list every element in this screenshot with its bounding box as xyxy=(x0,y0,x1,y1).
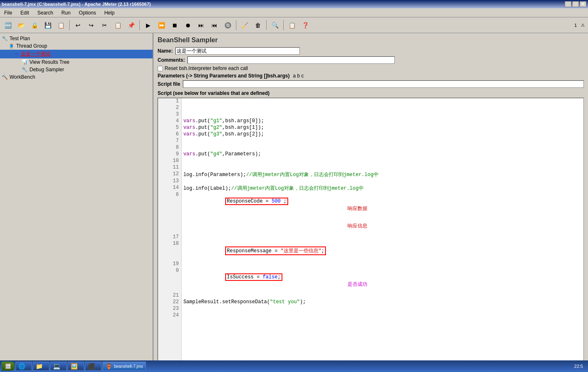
jmeter-label: beanshell-7.jmx xyxy=(114,364,143,369)
thread-group-icon: 🧵 xyxy=(8,43,15,49)
ie-icon: 🌐 xyxy=(18,363,25,370)
script-file-label: Script file xyxy=(158,81,180,87)
toolbar-stop[interactable]: ⏹ xyxy=(168,19,181,31)
toolbar-remote-stop[interactable]: ⏮ xyxy=(208,19,221,31)
tree-panel: 🔧 Test Plan 🧵 Thread Group ✏ 这是一个测试 📊 Vi… xyxy=(0,33,153,360)
params-label: Parameters (-> String Parameters and Str… xyxy=(158,73,289,79)
toolbar-cut[interactable]: ✂ xyxy=(98,19,111,31)
toolbar-paste[interactable]: 📌 xyxy=(125,19,137,31)
code-line-24: 24 xyxy=(158,312,583,319)
menu-search[interactable]: Search xyxy=(35,9,56,17)
taskbar-terminal[interactable]: ⬛ xyxy=(85,362,102,371)
toolbar-copy[interactable]: 📋 xyxy=(112,19,124,31)
menu-run[interactable]: Run xyxy=(59,9,73,17)
menu-edit[interactable]: Edit xyxy=(18,9,32,17)
script-file-input[interactable] xyxy=(183,80,584,88)
close-button[interactable]: ✕ xyxy=(580,1,586,7)
app2-icon: 🖼️ xyxy=(70,363,78,370)
tree-item-test-plan[interactable]: 🔧 Test Plan xyxy=(0,35,153,42)
params-value: a b c xyxy=(293,73,304,79)
annotation-response-data: 响应数据 xyxy=(347,205,367,212)
code-line-1: 1 xyxy=(158,98,583,105)
debug-sampler-icon: 🔧 xyxy=(22,67,28,72)
code-line-6: 6 vars.put("g3",bsh.args[2]); xyxy=(158,131,583,138)
code-line-empty-1 xyxy=(158,319,583,360)
code-line-12: 12 log.info(Parameters);//调用jmeter内置Log对… xyxy=(158,171,583,178)
toolbar-lock[interactable]: 🔒 xyxy=(28,19,41,31)
toolbar-clear[interactable]: 🧹 xyxy=(238,19,251,31)
toolbar-list[interactable]: 📋 xyxy=(286,19,298,31)
menu-help[interactable]: Help xyxy=(102,9,117,17)
maximize-button[interactable]: □ xyxy=(572,1,579,7)
code-line-11: 11 xyxy=(158,164,583,171)
title-bar-buttons: _ □ ✕ xyxy=(565,1,586,7)
name-input[interactable] xyxy=(175,47,300,55)
toolbar-new[interactable]: 🆕 xyxy=(2,19,14,31)
code-area[interactable]: 1 2 3 4 vars.put("g1",bsh.args[0]); xyxy=(158,98,584,360)
toolbar-undo[interactable]: ↩ xyxy=(72,19,84,31)
toolbar-clear-all[interactable]: 🗑 xyxy=(252,19,264,31)
app1-icon: 💻 xyxy=(53,363,60,370)
code-line-21: 21 xyxy=(158,292,583,299)
taskbar-time: 22:5 xyxy=(571,364,586,369)
toolbar-run[interactable]: ▶ xyxy=(142,19,154,31)
folder-icon: 📁 xyxy=(36,363,43,370)
code-line-23: 23 xyxy=(158,306,583,312)
toolbar-run-no-pause[interactable]: ⏩ xyxy=(155,19,168,31)
tree-item-debug-sampler[interactable]: 🔧 Debug Sampler xyxy=(0,66,153,73)
toolbar-remote-start[interactable]: ⏭ xyxy=(195,19,207,31)
reset-checkbox[interactable] xyxy=(158,66,163,71)
code-line-19: 19 xyxy=(158,261,583,268)
title-text: beanshell-7.jmx (C:\beanshell-7.jmx) - A… xyxy=(2,2,151,7)
code-str-g1: "g1" xyxy=(210,118,222,124)
toolbar-search[interactable]: 🔍 xyxy=(269,19,281,31)
toolbar-help[interactable]: ❓ xyxy=(299,19,311,31)
script-file-row: Script file xyxy=(158,80,584,88)
jmeter-icon: 🏺 xyxy=(105,363,112,370)
taskbar-start[interactable]: 🪟 xyxy=(2,362,15,371)
taskbar-jmeter[interactable]: 🏺 beanshell-7.jmx xyxy=(102,362,146,371)
taskbar-app1[interactable]: 💻 xyxy=(50,362,67,371)
tree-item-view-results[interactable]: 📊 View Results Tree xyxy=(0,58,153,66)
code-line-20: 0 IsSuccess = false; 是否成功 xyxy=(158,268,583,292)
taskbar-folder[interactable]: 📁 xyxy=(33,362,49,371)
tree-item-thread-group[interactable]: 🧵 Thread Group xyxy=(0,42,153,50)
code-line-14: 14 log.info(Label);//调用jmeter内置Log对象，日志会… xyxy=(158,185,583,192)
code-line-3: 3 xyxy=(158,111,583,118)
right-panel: BeanShell Sampler Name: Comments: Reset … xyxy=(153,33,588,360)
code-line-5: 5 vars.put("g2",bsh.args[1]); xyxy=(158,125,583,131)
title-bar: beanshell-7.jmx (C:\beanshell-7.jmx) - A… xyxy=(0,0,588,8)
toolbar-redo[interactable]: ↪ xyxy=(85,19,97,31)
comments-input[interactable] xyxy=(187,56,395,64)
annotation-response-info: 响应信息 xyxy=(347,222,367,229)
code-line-16: 响应信息 xyxy=(158,217,583,234)
start-icon: 🪟 xyxy=(5,363,11,369)
view-results-icon: 📊 xyxy=(22,59,28,65)
toolbar-open[interactable]: 📂 xyxy=(15,19,27,31)
comments-label: Comments: xyxy=(158,57,185,63)
taskbar-ie[interactable]: 🌐 xyxy=(15,362,32,371)
toolbar-saveas[interactable]: 📋 xyxy=(55,19,67,31)
taskbar: 🪟 🌐 📁 💻 🖼️ ⬛ 🏺 beanshell-7.jmx 22:5 xyxy=(0,360,588,372)
menu-file[interactable]: File xyxy=(2,9,15,17)
toolbar-divider-1 xyxy=(69,20,70,30)
taskbar-app2[interactable]: 🖼️ xyxy=(68,362,84,371)
menu-bar: File Edit Search Run Options Help xyxy=(0,8,588,17)
minimize-button[interactable]: _ xyxy=(565,1,571,7)
toolbar-remote-shutdown[interactable]: 🔘 xyxy=(221,19,234,31)
menu-options[interactable]: Options xyxy=(76,9,98,17)
toolbar: 🆕 📂 🔒 💾 📋 ↩ ↪ ✂ 📋 📌 ▶ ⏩ ⏹ ⏺ ⏭ ⏮ 🔘 🧹 🗑 🔍 … xyxy=(0,17,588,33)
code-line-4: 4 vars.put("g1",bsh.args[0]); xyxy=(158,118,583,125)
name-row: Name: xyxy=(158,47,584,55)
tree-item-workbench[interactable]: 🔨 WorkBench xyxy=(0,73,153,81)
tree-item-label: WorkBench xyxy=(10,74,35,80)
code-line-18: 18 ResponseMessage = "这里是一些信息"; xyxy=(158,241,583,261)
comments-row: Comments: xyxy=(158,56,584,64)
toolbar-save[interactable]: 💾 xyxy=(41,19,54,31)
tree-item-label: Test Plan xyxy=(10,36,30,41)
tree-item-label: 这是一个测试 xyxy=(21,51,51,58)
toolbar-stop-shutdown[interactable]: ⏺ xyxy=(182,19,194,31)
reset-row: Reset bsh.Interpreter before each call xyxy=(158,65,584,71)
tree-item-beanshell[interactable]: ✏ 这是一个测试 xyxy=(0,50,153,58)
code-line-7: 7 xyxy=(158,138,583,145)
